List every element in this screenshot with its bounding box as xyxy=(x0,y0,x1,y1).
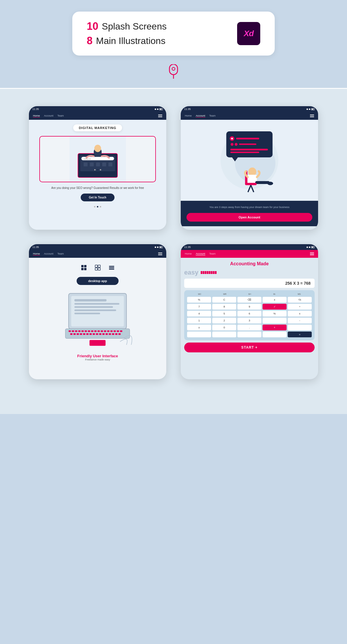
calc-9[interactable]: 9 xyxy=(237,304,261,310)
mminus-btn[interactable]: M- xyxy=(273,293,276,295)
svg-point-33 xyxy=(267,182,273,185)
dot-2 xyxy=(97,206,98,207)
svg-rect-47 xyxy=(74,310,116,311)
phone2-svg xyxy=(187,126,312,195)
phone2-nav-home[interactable]: Home xyxy=(185,114,192,117)
phones-grid: 11:35 Home Account Team xyxy=(29,106,318,379)
mplus-btn[interactable]: M+ xyxy=(248,293,251,295)
svg-rect-11 xyxy=(102,163,106,167)
phone3-footer: Friendly User Interface Freelance made e… xyxy=(77,354,118,361)
split-view-icon xyxy=(95,265,101,271)
phone4-nav: Home Account Team xyxy=(181,250,318,258)
phone2-illustration xyxy=(181,120,318,201)
calc-minus[interactable]: - xyxy=(288,318,312,323)
phone3-title: Friendly User Interface xyxy=(77,354,118,358)
mc-btn[interactable]: MC xyxy=(198,293,201,295)
signal-icon xyxy=(155,108,156,110)
svg-rect-79 xyxy=(109,333,111,335)
svg-rect-28 xyxy=(230,149,268,150)
laptop-svg xyxy=(43,290,152,348)
calc-equals[interactable]: = xyxy=(288,332,312,337)
svg-rect-72 xyxy=(86,333,89,335)
svg-rect-0 xyxy=(169,64,178,75)
list-view-button[interactable] xyxy=(108,264,116,272)
svg-rect-63 xyxy=(110,330,113,332)
calc-start-button[interactable]: START + xyxy=(184,343,315,352)
bottom-space xyxy=(23,379,324,397)
svg-rect-82 xyxy=(119,333,121,335)
calc-multiply[interactable]: x xyxy=(288,311,312,317)
calc-plus[interactable]: + xyxy=(263,325,287,330)
svg-rect-29 xyxy=(230,152,259,153)
calc-4[interactable]: 4 xyxy=(187,311,211,317)
svg-rect-68 xyxy=(73,333,76,335)
phone4-nav-home[interactable]: Home xyxy=(185,252,192,255)
header-banner: 10 Splash Screens 8 Main Illustrations X… xyxy=(0,0,347,61)
dot-3 xyxy=(100,206,101,207)
phone1-cta-button[interactable]: Get In Touch xyxy=(81,194,114,201)
phone3-nav-account[interactable]: Account xyxy=(44,252,53,255)
svg-rect-78 xyxy=(106,333,108,335)
phone3-mockup: 11:35 Home Account Team xyxy=(29,244,166,379)
phone3-hamburger[interactable] xyxy=(158,253,162,255)
phone4-nav-account[interactable]: Account xyxy=(196,252,205,255)
phone3-body: desktop app xyxy=(29,258,166,379)
calc-multiply-x[interactable]: x xyxy=(263,297,287,303)
grid-view-button[interactable] xyxy=(80,264,88,272)
phone1-dots xyxy=(94,206,101,211)
phone4-hamburger[interactable] xyxy=(310,253,314,255)
phone2-open-account-button[interactable]: Open Account xyxy=(187,213,312,222)
calc-1[interactable]: 1 xyxy=(187,318,211,323)
phone1-nav-home[interactable]: Home xyxy=(33,114,40,117)
phone4-nav-items: Home Account Team xyxy=(185,252,216,255)
phone4-mockup: 11:35 Home Account Team xyxy=(181,244,318,379)
phone4-nav-team[interactable]: Team xyxy=(209,252,216,255)
battery-icon xyxy=(311,246,315,248)
phone3-nav-team[interactable]: Team xyxy=(58,252,64,255)
calc-backspace[interactable]: ⌫ xyxy=(237,297,261,303)
calc-0[interactable]: 0 xyxy=(212,325,236,330)
battery-icon xyxy=(159,108,163,110)
calc-2[interactable]: 2 xyxy=(212,318,236,323)
xd-logo: Xd xyxy=(237,22,260,45)
phone1-nav-team[interactable]: Team xyxy=(58,114,64,117)
phone3-status-icons xyxy=(155,246,163,248)
calc-3[interactable]: 3 xyxy=(237,318,261,323)
phone2-bottom: You are 3 steps away from having your dr… xyxy=(181,201,318,226)
dot-1 xyxy=(94,206,95,207)
illustration-count: 8 xyxy=(87,35,93,47)
calc-percent[interactable]: % xyxy=(187,297,211,303)
phone4-status-bar: 11:35 xyxy=(181,244,318,250)
calc-empty3 xyxy=(187,332,211,337)
svg-rect-12 xyxy=(108,163,112,167)
mr-btn[interactable]: MR xyxy=(223,293,226,295)
calc-plusminus[interactable]: ± xyxy=(187,325,211,330)
phone2-status-icons xyxy=(307,108,315,110)
calc-7[interactable]: 7 xyxy=(187,304,211,310)
calc-5[interactable]: 5 xyxy=(212,311,236,317)
calc-reciprocal[interactable]: ¹/x xyxy=(288,297,312,303)
calc-check[interactable]: ✓ xyxy=(263,304,287,310)
svg-rect-76 xyxy=(99,333,101,335)
ms-btn[interactable]: MS xyxy=(298,293,301,295)
calc-8[interactable]: 8 xyxy=(212,304,236,310)
phone2-nav-account[interactable]: Account xyxy=(196,114,205,117)
calc-divide[interactable]: ÷ xyxy=(288,304,312,310)
calc-6[interactable]: 6 xyxy=(237,311,261,317)
phone2-nav-team[interactable]: Team xyxy=(209,114,216,117)
svg-rect-51 xyxy=(72,330,74,332)
calc-dot[interactable]: . xyxy=(237,325,261,330)
svg-rect-35 xyxy=(245,183,257,185)
calc-clear[interactable]: C xyxy=(212,297,236,303)
svg-rect-45 xyxy=(74,303,119,305)
phone1-time: 11:35 xyxy=(32,108,39,111)
phone2-hamburger[interactable] xyxy=(310,115,314,117)
split-view-button[interactable] xyxy=(94,264,102,272)
phone3-nav-home[interactable]: Home xyxy=(33,252,40,255)
phone1-nav-account[interactable]: Account xyxy=(44,114,53,117)
phone3-subtitle: Freelance made easy xyxy=(77,358,118,361)
svg-rect-52 xyxy=(75,330,77,332)
phone1-mockup: 11:35 Home Account Team xyxy=(29,106,166,230)
phone1-hamburger[interactable] xyxy=(158,115,162,117)
calc-modulo[interactable]: % xyxy=(263,311,287,317)
